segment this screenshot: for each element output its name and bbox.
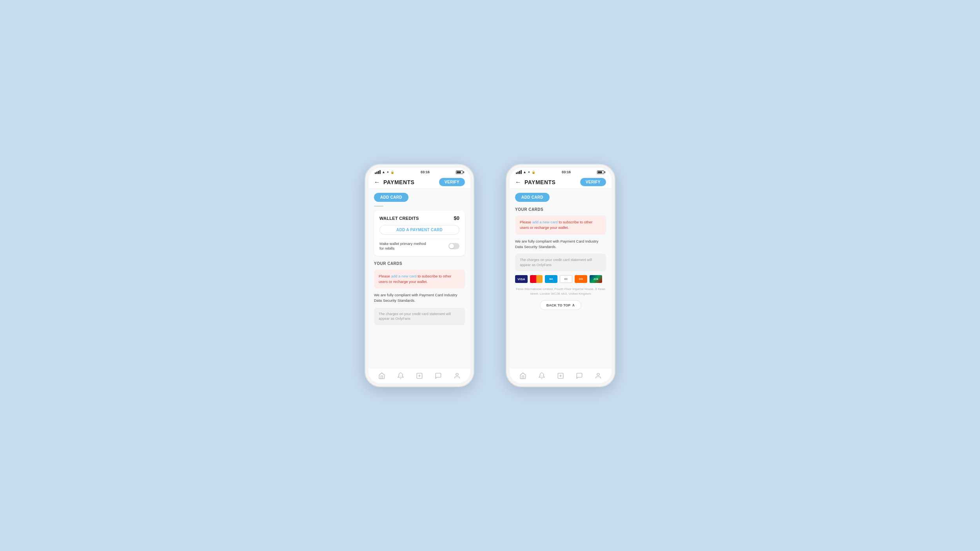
your-cards-title-left: YOUR CARDS (374, 261, 465, 266)
divider-left (374, 206, 383, 207)
your-cards-title-right: YOUR CARDS (515, 207, 606, 212)
discover-logo: DIS (575, 275, 587, 283)
page-header-right: ← PAYMENTS VERIFY (510, 175, 612, 189)
status-left: ▲ ✦ 🔒 (375, 170, 394, 174)
nav-bell-left[interactable] (396, 372, 405, 380)
page-header-left: ← PAYMENTS VERIFY (368, 175, 470, 189)
wallet-card-left: WALLET CREDITS $0 ADD A PAYMENT CARD Mak… (374, 210, 465, 256)
alert-link-right[interactable]: add a new card (532, 220, 558, 224)
alert-box-left: Please add a new card to subscribe to ot… (374, 270, 465, 289)
back-button-right[interactable]: ← (515, 179, 521, 186)
nav-bell-right[interactable] (537, 372, 546, 380)
back-to-top-button[interactable]: BACK TO TOP ∧ (540, 300, 582, 310)
battery-icon (456, 170, 464, 174)
content-left: ADD CARD WALLET CREDITS $0 ADD A PAYMENT… (368, 189, 470, 368)
phone-right: ▲ ✦ 🔒 03:16 ← PAYMENTS VERIFY ADD CARD Y… (506, 164, 615, 387)
nav-profile-left[interactable] (453, 372, 461, 380)
add-card-button-right[interactable]: ADD CARD (515, 193, 550, 202)
chevron-up-icon: ∧ (572, 303, 575, 307)
time-display: 03:16 (421, 170, 430, 174)
page-title-left: PAYMENTS (383, 179, 439, 185)
statement-text-right: The charges on your credit card statemen… (520, 258, 592, 267)
card-logos: VISA MA DC DIS JCB (515, 275, 606, 283)
phone-left-inner: ▲ ✦ 🔒 03:16 ← PAYMENTS VERIFY ADD CARD (368, 168, 470, 383)
nav-message-right[interactable] (575, 372, 584, 380)
lock-icon: 🔒 (390, 170, 394, 174)
nav-profile-right[interactable] (594, 372, 603, 380)
status-bar-right: ▲ ✦ 🔒 03:16 (510, 168, 612, 175)
back-to-top-label: BACK TO TOP (546, 303, 571, 307)
nav-plus-right[interactable] (556, 372, 565, 380)
status-right-right (597, 170, 605, 174)
wallet-toggle-row: Make wallet primary method for rebills (379, 239, 459, 251)
nav-home-right[interactable] (519, 372, 527, 380)
statement-box-right: The charges on your credit card statemen… (515, 254, 606, 271)
alert-link-left[interactable]: add a new card (391, 274, 417, 278)
page-title-right: PAYMENTS (524, 179, 580, 185)
maestro-logo: MA (545, 275, 557, 283)
add-payment-button-left[interactable]: ADD A PAYMENT CARD (379, 225, 459, 235)
battery-icon-right (597, 170, 605, 174)
svg-point-3 (456, 373, 458, 375)
wallet-header-left: WALLET CREDITS $0 (379, 215, 459, 221)
nav-message-left[interactable] (434, 372, 443, 380)
verify-button-right[interactable]: VERIFY (580, 178, 606, 186)
statement-box-left: The charges on your credit card statemen… (374, 308, 465, 325)
visa-logo: VISA (515, 275, 528, 283)
toggle-knob (449, 244, 454, 248)
compliance-text-left: We are fully compliant with Payment Card… (374, 292, 465, 304)
mastercard-logo (530, 275, 543, 283)
bottom-nav-right (510, 368, 612, 383)
footer-text-right: Fenix International Limited, Fourth Floo… (515, 287, 606, 296)
status-bar-left: ▲ ✦ 🔒 03:16 (368, 168, 470, 175)
add-card-button-left[interactable]: ADD CARD (374, 193, 408, 202)
phone-right-inner: ▲ ✦ 🔒 03:16 ← PAYMENTS VERIFY ADD CARD Y… (510, 168, 612, 383)
back-button-left[interactable]: ← (374, 179, 380, 186)
content-right: ADD CARD YOUR CARDS Please add a new car… (510, 189, 612, 368)
verify-button-left[interactable]: VERIFY (439, 178, 465, 186)
phone-left: ▲ ✦ 🔒 03:16 ← PAYMENTS VERIFY ADD CARD (365, 164, 474, 387)
compliance-text-right: We are fully compliant with Payment Card… (515, 239, 606, 250)
alert-box-right: Please add a new card to subscribe to ot… (515, 216, 606, 235)
bottom-nav-left (368, 368, 470, 383)
wifi-icon-right: ▲ (523, 170, 526, 174)
alert-text-1-right: Please (520, 220, 532, 224)
jcb-logo: JCB (590, 275, 602, 283)
time-display-right: 03:16 (562, 170, 571, 174)
wallet-toggle[interactable] (448, 243, 459, 249)
signal-icon-right (516, 170, 522, 174)
status-left-right: ▲ ✦ 🔒 (516, 170, 535, 174)
bluetooth-icon-right: ✦ (528, 170, 530, 174)
alert-text-1-left: Please (379, 274, 391, 278)
svg-point-7 (597, 373, 599, 375)
diners-logo: DC (560, 275, 572, 283)
signal-icon (375, 170, 381, 174)
status-right (456, 170, 464, 174)
bluetooth-icon: ✦ (387, 170, 389, 174)
nav-home-left[interactable] (377, 372, 386, 380)
wallet-amount-left: $0 (454, 215, 459, 221)
wallet-title-left: WALLET CREDITS (379, 216, 419, 221)
lock-icon-right: 🔒 (532, 170, 535, 174)
wifi-icon: ▲ (382, 170, 385, 174)
nav-plus-left[interactable] (415, 372, 424, 380)
toggle-label: Make wallet primary method for rebills (379, 241, 430, 251)
statement-text-left: The charges on your credit card statemen… (379, 312, 451, 321)
